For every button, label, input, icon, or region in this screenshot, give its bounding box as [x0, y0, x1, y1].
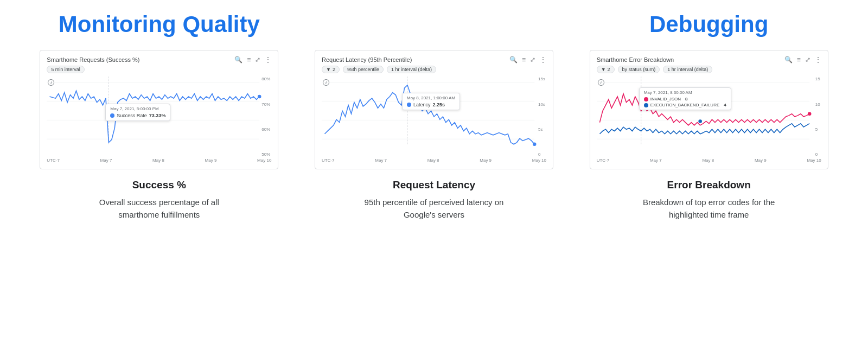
filter-percentile-label: 95th percentile	[347, 67, 379, 72]
filter-icon-funnel: ▼	[326, 67, 331, 72]
filter-icon-error[interactable]: ≡	[797, 56, 801, 63]
svg-point-11	[533, 143, 537, 146]
chart-toolbar-success: 🔍 ≡ ⤢ ⋮	[234, 56, 271, 63]
filter-count-error[interactable]: ▼ 2	[597, 66, 615, 73]
chart-footer-success: UTC-7 May 7 May 8 May 9 May 10	[47, 158, 271, 163]
filter-label: 5 min interval	[51, 67, 80, 72]
error-chart: Smarthome Error Breakdown 🔍 ≡ ⤢ ⋮ ▼ 2 by…	[590, 50, 828, 169]
expand-icon-latency[interactable]: ⤢	[530, 56, 535, 63]
success-subtitle: Success %	[132, 179, 186, 191]
tooltip-dot-exec	[644, 103, 648, 107]
chart-footer-error: UTC-7 May 7 May 8 May 9 May 10	[597, 158, 821, 163]
tooltip-metric-exec: EXECUTION_BACKEND_FAILURE	[650, 103, 720, 107]
more-icon[interactable]: ⋮	[265, 56, 271, 63]
y-axis-success: 80% 70% 60% 50%	[261, 77, 270, 157]
filter-funnel-icon: ▼	[601, 67, 606, 72]
tooltip-metric-invalid: INVALID_JSON	[650, 97, 681, 101]
latency-svg	[322, 77, 546, 157]
filter-interval-error[interactable]: 1 hr interval (delta)	[663, 66, 712, 73]
error-chart-area: 15 10 5 0	[597, 77, 821, 157]
filter-icon[interactable]: ≡	[247, 56, 251, 63]
debugging-section: Debugging Smarthome Error Breakdown 🔍 ≡ …	[571, 11, 846, 221]
success-description: Overall success percentage of all smarth…	[78, 196, 240, 221]
y-axis-error: 15 10 5 0	[815, 77, 820, 157]
error-subtitle: Error Breakdown	[667, 179, 751, 191]
chart-header-error: Smarthome Error Breakdown 🔍 ≡ ⤢ ⋮	[597, 56, 821, 63]
expand-icon[interactable]: ⤢	[255, 56, 260, 63]
filter-count-latency[interactable]: ▼ 2	[322, 66, 340, 73]
svg-point-17	[808, 112, 812, 116]
error-description: Breakdown of top error codes for the hig…	[628, 196, 790, 221]
tooltip-value-exec: 4	[724, 103, 726, 107]
y-axis-latency: 15s 10s 5s 0	[538, 77, 545, 157]
more-icon-error[interactable]: ⋮	[815, 56, 821, 63]
success-rate-chart: Smarthome Requests (Success %) 🔍 ≡ ⤢ ⋮ 5…	[40, 50, 278, 169]
filter-count-error-val: 2	[608, 67, 610, 72]
filter-count-val: 2	[333, 67, 335, 72]
filter-status-sum[interactable]: by status (sum)	[618, 66, 660, 73]
latency-section: . Request Latency (95th Percentile) 🔍 ≡ …	[297, 11, 572, 221]
tooltip-dot-invalid	[644, 97, 648, 101]
more-icon-latency[interactable]: ⋮	[540, 56, 546, 63]
filter-status-label: by status (sum)	[622, 67, 656, 72]
latency-chart-title: Request Latency (95th Percentile)	[322, 56, 412, 63]
tooltip-latency: May 8, 2021, 1:00:00 AM Latency 2.25s	[402, 93, 460, 110]
chart-filters-success: 5 min interval	[47, 66, 271, 73]
chart-header-latency: Request Latency (95th Percentile) 🔍 ≡ ⤢ …	[322, 56, 546, 63]
success-chart-area: 80% 70% 60% 50%	[47, 77, 271, 157]
filter-percentile[interactable]: 95th percentile	[343, 66, 384, 73]
chart-header-success: Smarthome Requests (Success %) 🔍 ≡ ⤢ ⋮	[47, 56, 271, 63]
tooltip-date-error: May 7, 2021, 8:30:00 AM	[644, 90, 726, 95]
tooltip-value-success: 73.33%	[149, 113, 166, 118]
chart-toolbar-latency: 🔍 ≡ ⤢ ⋮	[509, 56, 546, 63]
tooltip-row-latency: Latency 2.25s	[407, 102, 455, 107]
latency-chart-area: 15s 10s 5s 0	[322, 77, 546, 157]
latency-section-spacer: .	[431, 11, 437, 38]
svg-point-18	[698, 120, 702, 123]
chart-toolbar-error: 🔍 ≡ ⤢ ⋮	[784, 56, 821, 63]
search-icon-latency[interactable]: 🔍	[509, 56, 518, 63]
tooltip-dot-latency	[407, 103, 411, 107]
tooltip-success: May 7, 2021, 5:00:00 PM Success Rate 73.…	[105, 104, 170, 121]
tooltip-date-success: May 7, 2021, 5:00:00 PM	[110, 106, 165, 111]
tooltip-dot-success	[110, 113, 114, 118]
svg-point-5	[258, 95, 261, 98]
latency-description: 95th percentile of perceived latency on …	[353, 196, 515, 221]
info-icon-error: i	[598, 79, 604, 86]
debugging-title: Debugging	[649, 11, 768, 38]
monitoring-title: Monitoring Quality	[59, 11, 260, 38]
chart-footer-latency: UTC-7 May 7 May 8 May 9 May 10	[322, 158, 546, 163]
latency-subtitle: Request Latency	[393, 179, 475, 191]
monitoring-section: Monitoring Quality Smarthome Requests (S…	[22, 11, 297, 221]
success-chart-title: Smarthome Requests (Success %)	[47, 56, 139, 63]
tooltip-value-latency: 2.25s	[433, 102, 445, 107]
tooltip-metric-success: Success Rate	[117, 113, 147, 118]
filter-icon-latency[interactable]: ≡	[522, 56, 526, 63]
chart-filters-latency: ▼ 2 95th percentile 1 hr interval (delta…	[322, 66, 546, 73]
tooltip-row-invalid-json: INVALID_JSON 8	[644, 97, 726, 101]
chart-filters-error: ▼ 2 by status (sum) 1 hr interval (delta…	[597, 66, 821, 73]
filter-5min[interactable]: 5 min interval	[47, 66, 85, 73]
tooltip-value-invalid: 8	[685, 97, 687, 101]
tooltip-row-exec-failure: EXECUTION_BACKEND_FAILURE 4	[644, 103, 726, 107]
tooltip-row-success: Success Rate 73.33%	[110, 113, 165, 118]
tooltip-error: May 7, 2021, 8:30:00 AM INVALID_JSON 8 E…	[639, 87, 731, 110]
filter-interval-label: 1 hr interval (delta)	[391, 67, 432, 72]
expand-icon-error[interactable]: ⤢	[805, 56, 810, 63]
tooltip-metric-latency: Latency	[413, 102, 431, 107]
search-icon-error[interactable]: 🔍	[784, 56, 793, 63]
filter-interval-error-label: 1 hr interval (delta)	[667, 67, 708, 72]
filter-interval-latency[interactable]: 1 hr interval (delta)	[387, 66, 436, 73]
tooltip-date-latency: May 8, 2021, 1:00:00 AM	[407, 96, 455, 100]
error-chart-title: Smarthome Error Breakdown	[597, 56, 674, 63]
search-icon[interactable]: 🔍	[234, 56, 242, 63]
latency-chart: Request Latency (95th Percentile) 🔍 ≡ ⤢ …	[315, 50, 553, 169]
